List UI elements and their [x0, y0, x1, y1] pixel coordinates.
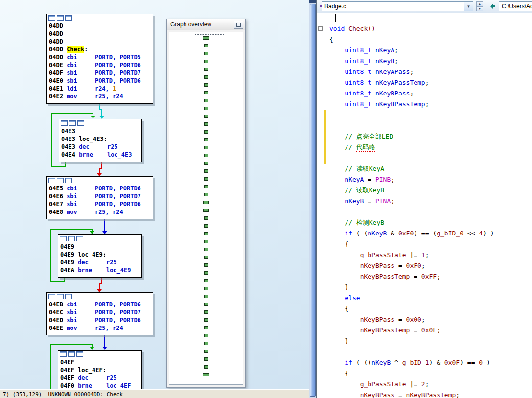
- asm-line[interactable]: 04DD cbi PORTD, PORTD5: [47, 53, 153, 61]
- asm-line[interactable]: 04E2 mov r25, r24: [47, 93, 153, 100]
- asm-line[interactable]: 04E6 sbi PORTD, PORTD7: [47, 192, 153, 200]
- code-line[interactable]: [317, 110, 532, 120]
- asm-line[interactable]: 04EF: [58, 358, 141, 366]
- spinner-down-button[interactable]: ▼: [476, 6, 483, 11]
- code-line[interactable]: nKeyB = PINA;: [317, 196, 532, 207]
- asm-line[interactable]: 04F0 brne loc_4EF: [58, 382, 141, 390]
- asm-line[interactable]: 04DF sbi PORTD, PORTD7: [47, 69, 153, 77]
- code-line[interactable]: g_bPassState |= 2;: [317, 379, 532, 390]
- asm-line[interactable]: 04E0 sbi PORTD, PORTD6: [47, 77, 153, 85]
- minimize-node-icon[interactable]: [60, 236, 67, 241]
- code-line[interactable]: // 检测KeyB: [317, 217, 532, 228]
- code-line[interactable]: {: [317, 239, 532, 250]
- asm-line[interactable]: 04EB cbi PORTD, PORTD6: [47, 301, 153, 308]
- group-node-icon[interactable]: [68, 236, 75, 241]
- code-line[interactable]: g_bPassState |= 1;: [317, 250, 532, 260]
- basic-block[interactable]: 04DD04DD04DD04DD Check:04DD cbi PORTD, P…: [46, 14, 153, 104]
- group-node-icon[interactable]: [68, 351, 75, 357]
- asm-line[interactable]: 04E8 mov r25, r24: [47, 208, 153, 216]
- asm-line[interactable]: 04DE cbi PORTD, PORTD6: [47, 61, 153, 69]
- asm-line[interactable]: 04ED sbi PORTD, PORTD6: [47, 316, 153, 324]
- asm-line[interactable]: 04EF loc_4EF:: [58, 366, 141, 374]
- code-line[interactable]: {: [317, 304, 532, 314]
- asm-line[interactable]: 04E9 dec r25: [58, 258, 141, 266]
- group-node-icon[interactable]: [57, 15, 64, 21]
- node-text-icon[interactable]: [76, 236, 83, 241]
- code-line[interactable]: uint8_t nKeyA;: [317, 45, 532, 56]
- code-line[interactable]: {: [317, 368, 532, 379]
- code-line[interactable]: nKeyA = PINB;: [317, 174, 532, 185]
- minimize-node-icon[interactable]: [48, 178, 55, 183]
- ida-graph-view[interactable]: 04DD04DD04DD04DD Check:04DD cbi PORTD, P…: [0, 0, 309, 398]
- group-node-icon[interactable]: [57, 178, 64, 183]
- basic-block[interactable]: 04EB cbi PORTD, PORTD604EC sbi PORTD, PO…: [46, 292, 153, 335]
- code-line[interactable]: // 点亮全部LED: [317, 131, 532, 142]
- symbol-combobox[interactable]: Badge.c ▼: [322, 1, 473, 11]
- code-line[interactable]: {: [317, 34, 532, 45]
- code-line[interactable]: -void Check(): [317, 23, 532, 34]
- code-line[interactable]: }: [317, 282, 532, 293]
- asm-line[interactable]: 04EE mov r25, r24: [47, 324, 153, 332]
- asm-line[interactable]: 04DD: [47, 22, 153, 30]
- basic-block[interactable]: 04E904E9 loc_4E9:04E9 dec r2504EA brne l…: [58, 234, 142, 278]
- code-line[interactable]: else: [317, 293, 532, 304]
- asm-line[interactable]: 04EA brne loc_4E9: [58, 266, 141, 274]
- asm-line[interactable]: 04E5 cbi PORTD, PORTD6: [47, 185, 153, 192]
- browse-path-icon[interactable]: [489, 2, 497, 10]
- basic-block[interactable]: 04E304E3 loc_4E3:04E3 dec r2504E4 brne l…: [59, 119, 142, 162]
- vertical-scrollbar[interactable]: [309, 0, 316, 398]
- code-line[interactable]: nKeyBPassTemp = 0x0F;: [317, 325, 532, 336]
- basic-block[interactable]: 04EF04EF loc_4EF:04EF dec r2504F0 brne l…: [58, 350, 142, 393]
- overview-window-button[interactable]: [234, 21, 243, 29]
- node-text-icon[interactable]: [65, 15, 72, 21]
- group-node-icon[interactable]: [57, 294, 64, 299]
- asm-line[interactable]: 04E9: [58, 243, 141, 251]
- code-line[interactable]: }: [317, 336, 532, 347]
- node-text-icon[interactable]: [76, 351, 83, 357]
- minimize-node-icon[interactable]: [61, 120, 68, 126]
- code-line[interactable]: if ( (nKeyB & 0xF0) == (g_bID_0 << 4) ): [317, 228, 532, 239]
- minimize-node-icon[interactable]: [60, 351, 67, 357]
- code-line[interactable]: uint8_t nKeyBPassTemp;: [317, 99, 532, 110]
- asm-line[interactable]: 04E3 dec r25: [59, 143, 141, 151]
- graph-overview-titlebar[interactable]: Graph overview: [167, 19, 245, 30]
- asm-line[interactable]: 04DD: [47, 30, 153, 38]
- chevron-down-icon[interactable]: ▼: [464, 2, 473, 11]
- minimize-node-icon[interactable]: [48, 15, 55, 21]
- asm-line[interactable]: 04EC sbi PORTD, PORTD7: [47, 308, 153, 316]
- graph-overview-canvas[interactable]: [169, 32, 243, 385]
- code-line[interactable]: nKeyBPassTemp = 0xFF;: [317, 271, 532, 282]
- code-line[interactable]: // 代码略: [317, 142, 532, 153]
- asm-line[interactable]: 04EF dec r25: [58, 374, 141, 382]
- node-text-icon[interactable]: [77, 120, 84, 126]
- code-line[interactable]: [317, 347, 532, 357]
- spinner-up-button[interactable]: ▲: [476, 1, 483, 6]
- code-line[interactable]: uint8_t nKeyAPassTemp;: [317, 77, 532, 88]
- asm-line[interactable]: 04E1 ldi r24, 1: [47, 85, 153, 93]
- scrollbar-thumb[interactable]: [310, 4, 316, 397]
- asm-line[interactable]: 04DD: [47, 38, 153, 46]
- code-editor-pane[interactable]: Badge.c ▼ ▲ ▼ C:\Users\Ad -void Check(){…: [316, 0, 532, 398]
- code-line[interactable]: nKeyBPass = 0xF0;: [317, 260, 532, 271]
- graph-overview-window[interactable]: Graph overview: [166, 19, 246, 388]
- code-line[interactable]: [317, 207, 532, 217]
- fold-minus-icon[interactable]: -: [318, 26, 323, 31]
- code-line[interactable]: // 读取KeyB: [317, 185, 532, 196]
- node-text-icon[interactable]: [65, 178, 72, 183]
- path-combobox[interactable]: C:\Users\Ad: [499, 1, 532, 11]
- code-line[interactable]: uint8_t nKeyB;: [317, 56, 532, 67]
- code-line[interactable]: nKeyBPass = 0x00;: [317, 314, 532, 325]
- code-line[interactable]: uint8_t nKeyBPass;: [317, 88, 532, 99]
- asm-line[interactable]: 04E4 brne loc_4E3: [59, 151, 141, 159]
- overview-viewport-rect[interactable]: [195, 34, 224, 43]
- code-area[interactable]: -void Check(){ uint8_t nKeyA; uint8_t nK…: [317, 13, 532, 398]
- asm-line[interactable]: 04E3 loc_4E3:: [59, 135, 141, 143]
- code-line[interactable]: nKeyBPass = nKeyBPassTemp;: [317, 390, 532, 398]
- code-line[interactable]: [317, 153, 532, 164]
- group-node-icon[interactable]: [69, 120, 76, 126]
- code-line[interactable]: // 读取KeyA: [317, 164, 532, 174]
- asm-line[interactable]: 04E3: [59, 127, 141, 135]
- basic-block[interactable]: 04E5 cbi PORTD, PORTD604E6 sbi PORTD, PO…: [46, 176, 153, 219]
- asm-line[interactable]: 04E7 sbi PORTD, PORTD6: [47, 200, 153, 208]
- node-text-icon[interactable]: [65, 294, 72, 299]
